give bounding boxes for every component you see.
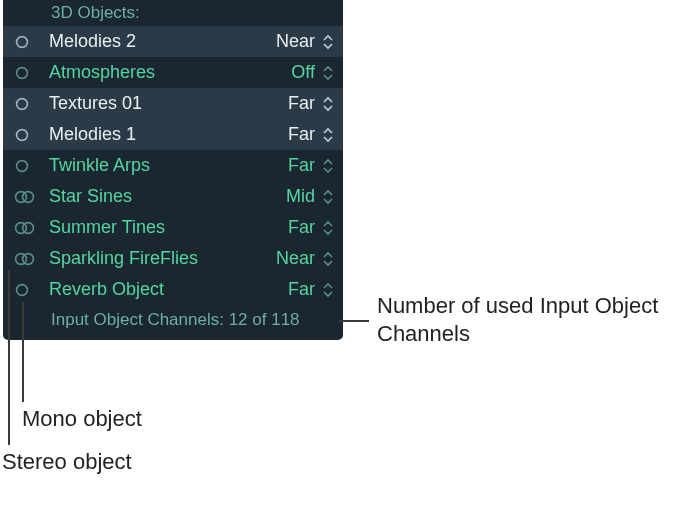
object-name: Melodies 1	[45, 124, 269, 145]
object-value[interactable]: Near	[269, 248, 319, 269]
object-name: Star Sines	[45, 186, 269, 207]
object-name: Atmospheres	[45, 62, 269, 83]
mono-icon	[13, 126, 45, 144]
object-name: Sparkling FireFlies	[45, 248, 269, 269]
object-value[interactable]: Far	[269, 217, 319, 238]
callout-leader	[22, 302, 24, 402]
object-value[interactable]: Far	[269, 279, 319, 300]
value-stepper[interactable]	[319, 189, 337, 205]
svg-point-3	[17, 129, 28, 140]
object-value[interactable]: Far	[269, 93, 319, 114]
mono-icon	[13, 33, 45, 51]
objects-panel: 3D Objects: Melodies 2 Near Atmospheres …	[3, 0, 343, 340]
object-row[interactable]: Melodies 2 Near	[3, 26, 343, 57]
object-row[interactable]: Textures 01 Far	[3, 88, 343, 119]
object-name: Textures 01	[45, 93, 269, 114]
object-name: Summer Tines	[45, 217, 269, 238]
svg-point-0	[17, 36, 28, 47]
object-row[interactable]: Star Sines Mid	[3, 181, 343, 212]
value-stepper[interactable]	[319, 96, 337, 112]
object-row[interactable]: Summer Tines Far	[3, 212, 343, 243]
object-name: Melodies 2	[45, 31, 269, 52]
callout-mono: Mono object	[22, 405, 142, 433]
stereo-icon	[13, 188, 45, 206]
object-value[interactable]: Far	[269, 155, 319, 176]
object-row[interactable]: Reverb Object Far	[3, 274, 343, 305]
object-value[interactable]: Far	[269, 124, 319, 145]
value-stepper[interactable]	[319, 220, 337, 236]
object-value[interactable]: Off	[269, 62, 319, 83]
value-stepper[interactable]	[319, 127, 337, 143]
object-value[interactable]: Mid	[269, 186, 319, 207]
object-row[interactable]: Atmospheres Off	[3, 57, 343, 88]
mono-icon	[13, 95, 45, 113]
value-stepper[interactable]	[319, 251, 337, 267]
mono-icon	[13, 64, 45, 82]
svg-point-2	[17, 98, 28, 109]
callout-channels: Number of used Input Object Channels	[377, 292, 667, 347]
value-stepper[interactable]	[319, 282, 337, 298]
object-row[interactable]: Melodies 1 Far	[3, 119, 343, 150]
svg-point-6	[23, 191, 34, 202]
object-name: Reverb Object	[45, 279, 269, 300]
object-value[interactable]: Near	[269, 31, 319, 52]
svg-point-4	[17, 160, 28, 171]
input-object-channels-footer: Input Object Channels: 12 of 118	[3, 305, 343, 336]
section-header-3d-objects: 3D Objects:	[3, 0, 343, 26]
stereo-icon	[13, 219, 45, 237]
svg-point-8	[23, 222, 34, 233]
stereo-icon	[13, 250, 45, 268]
callout-leader	[339, 320, 369, 322]
value-stepper[interactable]	[319, 65, 337, 81]
mono-icon	[13, 281, 45, 299]
svg-point-11	[17, 284, 28, 295]
mono-icon	[13, 157, 45, 175]
svg-point-1	[17, 67, 28, 78]
object-name: Twinkle Arps	[45, 155, 269, 176]
callout-stereo: Stereo object	[2, 448, 132, 476]
value-stepper[interactable]	[319, 158, 337, 174]
value-stepper[interactable]	[319, 34, 337, 50]
svg-point-10	[23, 253, 34, 264]
object-row[interactable]: Twinkle Arps Far	[3, 150, 343, 181]
callout-leader	[8, 270, 10, 445]
object-row[interactable]: Sparkling FireFlies Near	[3, 243, 343, 274]
